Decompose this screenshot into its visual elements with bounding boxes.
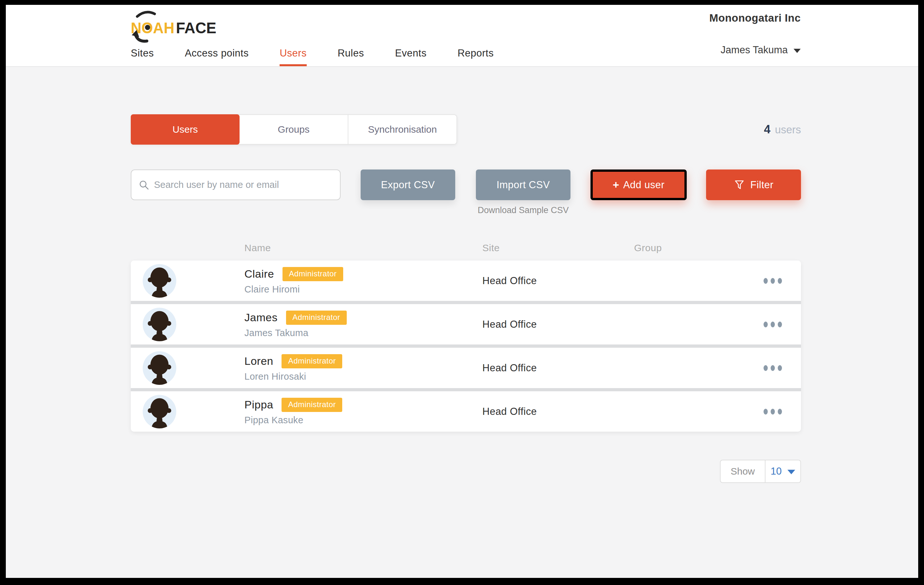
pagination: Show 10 <box>131 460 801 483</box>
ellipsis-dot <box>778 365 782 371</box>
user-name-cell: Pippa Administrator Pippa Kasuke <box>244 398 342 425</box>
export-csv-button[interactable]: Export CSV <box>361 170 455 200</box>
filter-button[interactable]: Filter <box>706 170 801 200</box>
nav-item-events[interactable]: Events <box>395 48 426 66</box>
svg-text:FACE: FACE <box>176 19 216 36</box>
noahface-logo[interactable]: NOAH FACE <box>131 8 221 47</box>
ellipsis-dot <box>771 365 775 371</box>
main-content: Users Groups Synchronisation 4 users Exp… <box>131 114 801 483</box>
import-csv-group: Import CSV Download Sample CSV <box>476 170 571 215</box>
user-first-name: James <box>244 311 278 324</box>
row-actions-button[interactable] <box>764 278 782 284</box>
chevron-down-icon <box>794 49 801 53</box>
import-csv-button[interactable]: Import CSV <box>476 170 571 200</box>
table-row[interactable]: James Administrator James Takuma Head Of… <box>131 301 801 344</box>
user-account-menu[interactable]: James Takuma <box>721 44 801 56</box>
search-box <box>131 170 341 200</box>
ellipsis-dot <box>771 278 775 284</box>
row-actions-button[interactable] <box>764 321 782 327</box>
page-size-select[interactable]: 10 <box>766 460 801 483</box>
main-nav: Sites Access points Users Rules Events R… <box>131 48 493 66</box>
user-name-cell: Loren Administrator Loren Hirosaki <box>244 354 342 382</box>
logo-eye-dot <box>145 25 150 30</box>
user-count-unit: users <box>775 124 801 136</box>
nav-item-sites[interactable]: Sites <box>131 48 153 66</box>
column-header-site: Site <box>482 242 500 254</box>
avatar <box>143 395 176 428</box>
tab-synchronisation[interactable]: Synchronisation <box>348 115 457 144</box>
user-full-name: James Takuma <box>244 328 347 338</box>
page-size-value: 10 <box>771 466 782 477</box>
avatar <box>143 308 176 341</box>
search-input[interactable] <box>154 180 333 190</box>
chevron-down-icon <box>787 470 795 474</box>
ellipsis-dot <box>778 409 782 415</box>
row-actions-button[interactable] <box>764 409 782 415</box>
table-row[interactable]: Claire Administrator Claire Hiromi Head … <box>131 260 801 301</box>
noahface-logo-graphic: NOAH FACE <box>131 8 221 47</box>
toolbar: Export CSV Import CSV Download Sample CS… <box>131 170 801 215</box>
logo-eyebrow-arc <box>137 12 155 16</box>
tab-groups[interactable]: Groups <box>239 115 348 144</box>
user-first-name: Loren <box>244 355 273 367</box>
user-full-name: Loren Hirosaki <box>244 371 342 382</box>
column-header-name: Name <box>244 242 271 254</box>
table-row[interactable]: Pippa Administrator Pippa Kasuke Head Of… <box>131 388 801 432</box>
administrator-badge: Administrator <box>282 267 343 281</box>
user-site: Head Office <box>482 319 537 330</box>
ellipsis-dot <box>764 321 768 327</box>
avatar <box>143 351 176 385</box>
add-user-label: Add user <box>623 179 665 191</box>
column-header-group: Group <box>634 242 662 254</box>
users-table: Claire Administrator Claire Hiromi Head … <box>131 260 801 432</box>
app-window: NOAH FACE Sites Access points Users Rule… <box>6 5 918 578</box>
row-actions-button[interactable] <box>764 365 782 371</box>
ellipsis-dot <box>771 409 775 415</box>
filter-funnel-icon <box>734 179 745 191</box>
plus-icon: + <box>613 178 619 191</box>
user-site: Head Office <box>482 406 537 417</box>
nav-item-users[interactable]: Users <box>280 48 306 66</box>
user-account-label: James Takuma <box>721 44 788 56</box>
company-name: Mononogatari Inc <box>709 12 801 24</box>
top-header: NOAH FACE Sites Access points Users Rule… <box>6 5 918 67</box>
add-user-button[interactable]: + Add user <box>591 170 687 200</box>
view-tabs: Users Groups Synchronisation <box>131 114 457 145</box>
table-header-row: Name Site Group <box>131 242 801 255</box>
user-first-name: Claire <box>244 268 274 280</box>
user-count-number: 4 <box>764 123 771 136</box>
ellipsis-dot <box>778 321 782 327</box>
filter-label: Filter <box>750 179 774 191</box>
user-full-name: Claire Hiromi <box>244 284 343 295</box>
user-name-cell: Claire Administrator Claire Hiromi <box>244 267 343 295</box>
ellipsis-dot <box>778 278 782 284</box>
ellipsis-dot <box>771 321 775 327</box>
search-icon <box>139 180 150 191</box>
user-site: Head Office <box>482 362 537 374</box>
user-count: 4 users <box>764 123 801 136</box>
tabs-row: Users Groups Synchronisation 4 users <box>131 114 801 145</box>
nav-item-access-points[interactable]: Access points <box>185 48 249 66</box>
ellipsis-dot <box>764 365 768 371</box>
user-full-name: Pippa Kasuke <box>244 415 342 425</box>
tab-users[interactable]: Users <box>131 114 239 145</box>
show-label: Show <box>720 460 766 483</box>
user-site: Head Office <box>482 275 537 287</box>
download-sample-csv-link[interactable]: Download Sample CSV <box>477 205 569 215</box>
ellipsis-dot <box>764 409 768 415</box>
user-first-name: Pippa <box>244 399 273 411</box>
administrator-badge: Administrator <box>282 398 342 412</box>
administrator-badge: Administrator <box>282 354 342 368</box>
table-row[interactable]: Loren Administrator Loren Hirosaki Head … <box>131 344 801 388</box>
ellipsis-dot <box>764 278 768 284</box>
user-name-cell: James Administrator James Takuma <box>244 311 347 338</box>
avatar <box>143 264 176 298</box>
administrator-badge: Administrator <box>286 311 347 325</box>
nav-item-rules[interactable]: Rules <box>338 48 364 66</box>
nav-item-reports[interactable]: Reports <box>457 48 493 66</box>
